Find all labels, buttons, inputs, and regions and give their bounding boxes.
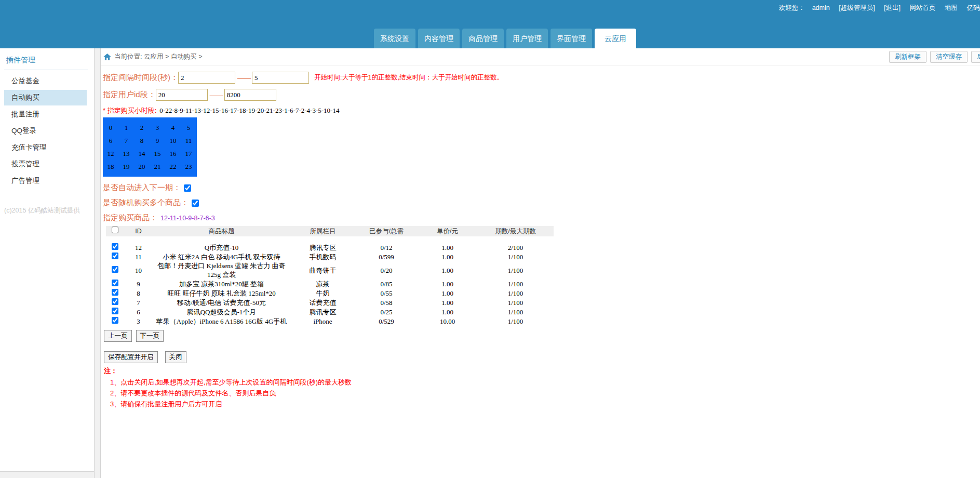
select-all-checkbox[interactable] [112,227,118,233]
userid-start-input[interactable] [156,89,208,101]
nav-tab[interactable]: 系统设置 [374,29,415,48]
table-cell: Q币充值-10 [153,243,290,252]
table-cell: 1/100 [477,266,554,275]
frame-divider[interactable] [94,48,101,478]
table-cell: 0/20 [355,266,418,275]
hour-cell[interactable]: 14 [134,147,150,160]
nav-tab[interactable]: 用户管理 [506,29,548,48]
nav-tab[interactable]: 商品管理 [462,29,504,48]
auto-next-checkbox[interactable] [184,184,191,192]
row-checkbox[interactable] [112,266,118,273]
hour-cell[interactable]: 12 [103,147,118,160]
hour-cell[interactable]: 10 [165,134,181,147]
admin-map-button[interactable]: 后台地图 [971,51,980,63]
interval-start-input[interactable] [178,72,235,84]
random-multi-checkbox[interactable] [192,200,199,207]
row-checkbox[interactable] [112,243,118,250]
hours-label: * 指定购买小时段: [103,106,156,115]
table-cell: 1.00 [418,289,477,298]
userid-separator: —— [210,91,222,99]
nav-tab[interactable]: 云应用 [595,29,636,48]
hour-cell[interactable]: 7 [118,134,134,147]
table-cell: 包邮！丹麦进口 Kjeldsens 蓝罐 朱古力 曲奇 125g 盒装 [153,261,290,279]
table-cell: 1/100 [477,317,554,326]
row-checkbox[interactable] [112,308,118,314]
hour-cell[interactable]: 21 [150,160,165,173]
table-cell: 1.00 [418,298,477,307]
hour-cell[interactable]: 20 [134,160,150,173]
hour-cell[interactable]: 5 [181,121,196,134]
interval-row: 指定间隔时间段(秒)： —— 开始时间:大于等于1的正整数,结束时间：大于开始时… [103,72,980,84]
product-table-body: 12Q币充值-10腾讯专区0/121.002/10011小米 红米2A 白色 移… [106,243,554,326]
hour-cell[interactable]: 0 [103,121,118,134]
sidebar-item[interactable]: 批量注册 [4,107,87,122]
close-button[interactable]: 关闭 [165,351,186,363]
hour-cell[interactable]: 4 [165,121,181,134]
row-checkbox[interactable] [112,289,118,296]
interval-end-input[interactable] [252,72,309,84]
refresh-frame-button[interactable]: 刷新框架 [889,51,927,63]
sitemap-link[interactable]: 地图 [945,4,958,11]
product-table-header: ID商品标题所属栏目已参与/总需单价/元期数/最大期数 [106,226,554,236]
home-icon[interactable] [103,54,111,60]
table-cell: 1.00 [418,243,477,252]
sidebar-item[interactable]: 公益基金 [4,73,87,89]
hour-cell[interactable]: 6 [103,134,118,147]
action-buttons: 保存配置并开启 关闭 [104,351,980,363]
hour-cell[interactable]: 2 [134,121,150,134]
nav-tab[interactable]: 界面管理 [551,29,592,48]
note-item: 3、请确保有批量注册用户后方可开启 [110,400,980,408]
hour-cell[interactable]: 3 [150,121,165,134]
site-home-link[interactable]: 网站首页 [910,4,936,11]
hour-cell[interactable]: 22 [165,160,181,173]
row-checkbox[interactable] [112,280,118,286]
table-cell: 旺旺 旺仔牛奶 原味 礼盒装 125ml*20 [153,289,290,298]
table-cell: 小米 红米2A 白色 移动4G手机 双卡双待 [153,253,290,261]
row-checkbox[interactable] [112,253,118,259]
table-cell: 0/58 [355,298,418,307]
column-header: 期数/最大期数 [477,227,554,236]
table-cell: 移动/联通/电信 话费充值-50元 [153,298,290,307]
table-cell: 1.00 [418,308,477,316]
hour-cell[interactable]: 19 [118,160,134,173]
sidebar-item[interactable]: 充值卡管理 [4,140,87,155]
hour-cell[interactable]: 13 [118,147,134,160]
sidebar-item[interactable]: 广告管理 [4,173,87,189]
hours-row: * 指定购买小时段: 0-22-8-9-11-13-12-15-16-17-18… [103,106,980,115]
hour-cell[interactable]: 1 [118,121,134,134]
table-row: 9加多宝 凉茶310ml*20罐 整箱凉茶0/851.001/100 [106,279,554,288]
table-cell: 1/100 [477,308,554,316]
hour-cell[interactable]: 15 [150,147,165,160]
next-page-button[interactable]: 下一页 [136,330,164,342]
sidebar-item[interactable]: QQ登录 [4,123,87,139]
hour-cell[interactable]: 18 [103,160,118,173]
userid-end-input[interactable] [224,89,276,101]
hour-cell[interactable]: 8 [134,134,150,147]
sidebar-item[interactable]: 投票管理 [4,156,87,172]
sidebar-item[interactable]: 自动购买 [4,90,87,105]
auto-next-row: 是否自动进入下一期： [103,183,980,193]
column-header: ID [124,227,153,236]
brand-link[interactable]: 亿码酷 [967,4,980,11]
hour-cell[interactable]: 23 [181,160,196,173]
table-cell: 腾讯专区 [290,308,355,316]
hour-cell[interactable]: 9 [150,134,165,147]
row-checkbox[interactable] [112,317,118,324]
row-checkbox[interactable] [112,298,118,305]
sidebar-scrollbar[interactable] [0,471,94,478]
nav-tab[interactable]: 内容管理 [418,29,460,48]
table-cell: 1/100 [477,280,554,288]
save-and-start-button[interactable]: 保存配置并开启 [104,351,158,363]
hour-cell[interactable]: 11 [181,134,196,147]
table-cell: 1.00 [418,253,477,261]
table-cell: 8 [124,289,153,298]
table-cell: 0/12 [355,243,418,252]
logout-link[interactable]: [退出] [884,4,901,11]
table-cell: 0/85 [355,280,418,288]
table-cell: 0/529 [355,317,418,326]
hour-cell[interactable]: 17 [181,147,196,160]
hour-cell[interactable]: 16 [165,147,181,160]
prev-page-button[interactable]: 上一页 [104,330,132,342]
table-cell: 腾讯QQ超级会员-1个月 [153,308,290,316]
clear-cache-button[interactable]: 清空缓存 [930,51,968,63]
